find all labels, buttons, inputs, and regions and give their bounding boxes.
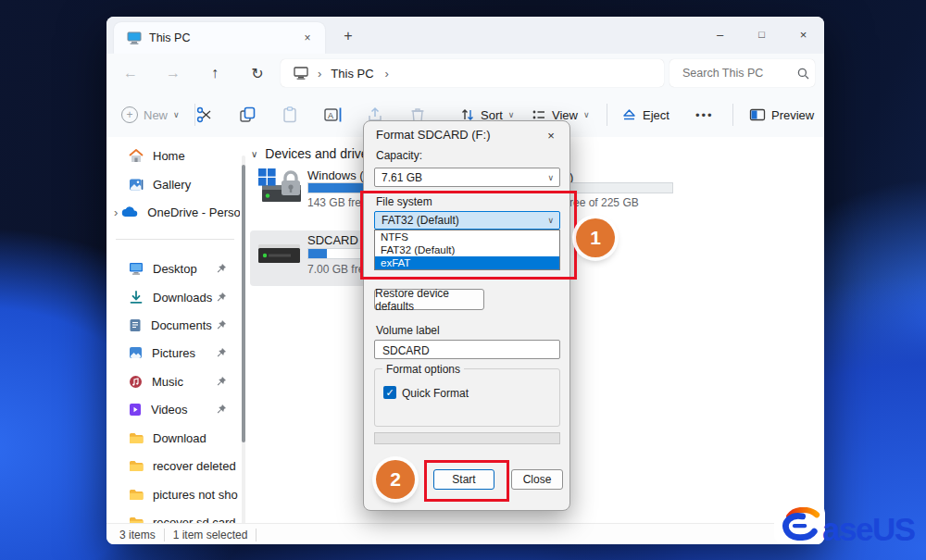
collapse-chevron-icon[interactable] [251, 149, 257, 159]
cut-icon [195, 106, 214, 124]
eject-label: Eject [643, 108, 669, 122]
breadcrumb-chevron-icon[interactable] [385, 67, 389, 81]
volume-label-field[interactable] [374, 340, 560, 359]
tab-strip: This PC [106, 17, 824, 54]
home-icon [129, 149, 144, 163]
refresh-button[interactable] [244, 61, 270, 85]
sidebar-scrollbar-thumb[interactable] [242, 165, 245, 442]
breadcrumb[interactable]: This PC [281, 59, 664, 87]
capacity-value: 7.61 GB [382, 171, 547, 184]
paste-button[interactable] [277, 102, 303, 128]
eject-button[interactable]: Eject [618, 102, 673, 128]
restore-defaults-button[interactable]: Restore device defaults [374, 289, 484, 310]
tab-this-pc[interactable]: This PC [114, 22, 325, 54]
onedrive-cloud-icon [121, 206, 138, 218]
easeus-wordmark: aseUS [822, 511, 915, 548]
sidebar-item-label: Desktop [153, 262, 216, 276]
folder-icon [129, 489, 144, 501]
section-devices-and-drives[interactable]: Devices and drives [251, 146, 375, 161]
sidebar-item-recover-deleted[interactable]: recover deleted [112, 452, 240, 479]
highlight-box-filesystem [360, 191, 577, 280]
plus-icon [121, 106, 138, 123]
sidebar-item-label: OneDrive - Perso [147, 205, 240, 219]
toolbar-divider [607, 104, 607, 126]
back-button[interactable] [118, 61, 144, 85]
sidebar-item-download-folder[interactable]: Download [112, 424, 240, 452]
folder-icon [129, 432, 144, 444]
sidebar-item-home[interactable]: Home [112, 142, 240, 169]
sidebar-item-label: Pictures [152, 346, 216, 360]
preview-button[interactable]: Preview [745, 102, 818, 128]
documents-icon [129, 318, 142, 332]
volume-label-input[interactable] [381, 343, 551, 358]
sidebar-item-documents[interactable]: Documents [112, 311, 240, 339]
sidebar-item-onedrive[interactable]: OneDrive - Perso [112, 198, 240, 226]
sidebar-item-label: Documents [151, 318, 216, 332]
volume-label: Volume label [376, 324, 440, 337]
new-button[interactable]: New [118, 102, 183, 128]
breadcrumb-location[interactable]: This PC [331, 67, 373, 81]
pin-icon [216, 263, 227, 274]
tab-close-icon[interactable] [297, 28, 318, 48]
copy-button[interactable] [234, 102, 260, 128]
pin-icon [216, 404, 227, 415]
maximize-button[interactable] [741, 17, 782, 52]
sidebar-item-pictures-not-showing[interactable]: pictures not sho [112, 480, 240, 508]
see-more-button[interactable] [692, 102, 718, 128]
sidebar-item-music[interactable]: Music [112, 367, 240, 395]
quick-format-checkbox[interactable] [383, 386, 396, 399]
windows-c-drive-icon [257, 167, 305, 209]
new-tab-button[interactable] [336, 25, 360, 47]
toolbar-divider [732, 104, 733, 126]
sidebar-item-pictures[interactable]: Pictures [112, 339, 240, 367]
chevron-down-icon [508, 110, 515, 119]
minimize-button[interactable] [699, 17, 741, 52]
sidebar-item-label: Gallery [153, 178, 240, 192]
rename-button[interactable]: A [319, 102, 347, 128]
sidebar-divider [116, 239, 234, 240]
search-input[interactable] [681, 66, 794, 81]
pin-icon [216, 376, 227, 387]
status-selected-count: 1 item selected [173, 529, 248, 541]
status-divider [164, 529, 165, 541]
capacity-label: Capacity: [376, 149, 422, 162]
up-button[interactable] [202, 61, 228, 85]
step-badge-2: 2 [376, 460, 415, 499]
dialog-close-icon[interactable] [542, 126, 560, 144]
expander-chevron-icon[interactable] [114, 205, 118, 219]
forward-button[interactable] [160, 61, 186, 85]
sidebar-item-label: Videos [151, 403, 216, 417]
highlight-box-start [424, 460, 509, 502]
navigation-bar: This PC [106, 54, 824, 93]
sidebar-item-downloads[interactable]: Downloads [112, 283, 240, 311]
window-close-button[interactable] [782, 17, 824, 52]
status-divider [256, 529, 257, 541]
pictures-icon [129, 346, 143, 359]
desktop-wallpaper: This PC This PC [0, 0, 926, 560]
sidebar-item-desktop[interactable]: Desktop [112, 255, 240, 282]
section-header-label: Devices and drives [265, 146, 374, 161]
format-options-legend: Format options [382, 363, 464, 376]
sidebar-item-videos[interactable]: Videos [112, 395, 240, 423]
desktop-icon [129, 262, 144, 275]
videos-icon [129, 403, 142, 417]
chevron-down-icon [173, 110, 180, 119]
quick-format-label[interactable]: Quick Format [402, 387, 469, 400]
pin-icon [216, 347, 227, 358]
copy-icon [238, 106, 257, 124]
cut-button[interactable] [192, 102, 218, 128]
status-item-count: 3 items [119, 529, 156, 541]
close-button[interactable]: Close [511, 469, 563, 490]
chevron-down-icon [583, 110, 590, 119]
pin-icon [216, 319, 227, 330]
downloads-icon [129, 291, 144, 305]
sidebar-item-gallery[interactable]: Gallery [112, 170, 240, 198]
eject-icon [621, 107, 637, 122]
search-box[interactable] [669, 59, 815, 87]
drive-capacity-fill [308, 249, 327, 258]
sidebar-item-label: Music [152, 375, 216, 389]
preview-label: Preview [771, 108, 814, 122]
capacity-combobox[interactable]: 7.61 GB [374, 168, 560, 187]
format-dialog: Format SDCARD (F:) Capacity: 7.61 GB Fil… [363, 120, 570, 511]
preview-icon [749, 107, 766, 122]
